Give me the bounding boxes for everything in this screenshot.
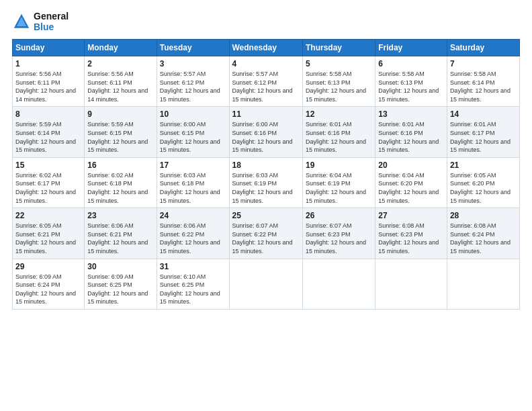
calendar-cell: 20Sunrise: 6:04 AMSunset: 6:20 PMDayligh…: [375, 157, 447, 208]
day-info: Sunrise: 6:09 AMSunset: 6:25 PMDaylight:…: [87, 273, 153, 306]
calendar-cell: 17Sunrise: 6:03 AMSunset: 6:18 PMDayligh…: [157, 157, 229, 208]
day-info: Sunrise: 5:59 AMSunset: 6:14 PMDaylight:…: [15, 120, 81, 154]
day-number: 24: [160, 211, 226, 220]
day-info: Sunrise: 6:07 AMSunset: 6:23 PMDaylight:…: [306, 222, 372, 255]
day-info: Sunrise: 5:56 AMSunset: 6:11 PMDaylight:…: [15, 70, 81, 103]
calendar-cell: 6Sunrise: 5:58 AMSunset: 6:13 PMDaylight…: [375, 56, 447, 107]
day-info: Sunrise: 6:01 AMSunset: 6:16 PMDaylight:…: [378, 120, 444, 154]
day-info: Sunrise: 5:56 AMSunset: 6:11 PMDaylight:…: [87, 70, 153, 103]
day-info: Sunrise: 5:59 AMSunset: 6:15 PMDaylight:…: [87, 120, 153, 154]
calendar-cell: [375, 259, 447, 309]
day-number: 25: [232, 211, 300, 220]
day-number: 4: [232, 59, 300, 68]
calendar-week-row: 1Sunrise: 5:56 AMSunset: 6:11 PMDaylight…: [13, 56, 520, 107]
day-number: 20: [378, 161, 444, 170]
calendar-cell: 27Sunrise: 6:08 AMSunset: 6:23 PMDayligh…: [375, 208, 447, 259]
day-info: Sunrise: 5:58 AMSunset: 6:13 PMDaylight:…: [306, 70, 372, 103]
day-number: 27: [378, 211, 444, 220]
day-info: Sunrise: 6:00 AMSunset: 6:16 PMDaylight:…: [232, 120, 300, 154]
calendar-cell: 4Sunrise: 5:57 AMSunset: 6:12 PMDaylight…: [229, 56, 302, 107]
calendar-cell: 19Sunrise: 6:04 AMSunset: 6:19 PMDayligh…: [302, 157, 375, 208]
day-info: Sunrise: 5:58 AMSunset: 6:13 PMDaylight:…: [378, 70, 444, 103]
calendar-week-row: 22Sunrise: 6:05 AMSunset: 6:21 PMDayligh…: [13, 208, 520, 259]
calendar-cell: 31Sunrise: 6:10 AMSunset: 6:25 PMDayligh…: [157, 259, 229, 309]
day-header-sunday: Sunday: [13, 40, 85, 56]
calendar-cell: 16Sunrise: 6:02 AMSunset: 6:18 PMDayligh…: [85, 157, 157, 208]
day-number: 19: [306, 161, 372, 170]
day-number: 13: [378, 109, 444, 119]
day-header-friday: Friday: [375, 40, 447, 56]
day-info: Sunrise: 5:57 AMSunset: 6:12 PMDaylight:…: [160, 70, 226, 103]
calendar-week-row: 29Sunrise: 6:09 AMSunset: 6:24 PMDayligh…: [13, 259, 520, 309]
day-number: 10: [160, 109, 226, 119]
calendar-cell: [229, 259, 302, 309]
calendar-cell: 11Sunrise: 6:00 AMSunset: 6:16 PMDayligh…: [229, 107, 302, 157]
day-number: 26: [306, 211, 372, 220]
day-number: 3: [160, 59, 226, 68]
day-info: Sunrise: 6:05 AMSunset: 6:20 PMDaylight:…: [450, 171, 517, 205]
day-info: Sunrise: 6:00 AMSunset: 6:15 PMDaylight:…: [160, 120, 226, 154]
day-info: Sunrise: 6:04 AMSunset: 6:20 PMDaylight:…: [378, 171, 444, 205]
day-number: 7: [450, 59, 517, 68]
day-number: 18: [232, 161, 300, 170]
day-number: 23: [87, 211, 153, 220]
calendar-cell: 8Sunrise: 5:59 AMSunset: 6:14 PMDaylight…: [13, 107, 85, 157]
day-info: Sunrise: 6:06 AMSunset: 6:22 PMDaylight:…: [160, 222, 226, 255]
day-number: 29: [15, 262, 81, 271]
day-header-saturday: Saturday: [447, 40, 519, 56]
day-info: Sunrise: 6:06 AMSunset: 6:21 PMDaylight:…: [87, 222, 153, 255]
day-number: 11: [232, 109, 300, 119]
day-number: 21: [450, 161, 517, 170]
day-info: Sunrise: 5:57 AMSunset: 6:12 PMDaylight:…: [232, 70, 300, 103]
day-info: Sunrise: 6:04 AMSunset: 6:19 PMDaylight:…: [306, 171, 372, 205]
day-number: 31: [160, 262, 226, 271]
calendar-cell: 1Sunrise: 5:56 AMSunset: 6:11 PMDaylight…: [13, 56, 85, 107]
day-number: 16: [87, 161, 153, 170]
day-number: 2: [87, 59, 153, 68]
day-info: Sunrise: 5:58 AMSunset: 6:14 PMDaylight:…: [450, 70, 517, 103]
calendar-cell: 23Sunrise: 6:06 AMSunset: 6:21 PMDayligh…: [85, 208, 157, 259]
day-number: 22: [15, 211, 81, 220]
day-info: Sunrise: 6:05 AMSunset: 6:21 PMDaylight:…: [15, 222, 81, 255]
day-number: 8: [15, 109, 81, 119]
day-number: 9: [87, 109, 153, 119]
calendar-cell: 13Sunrise: 6:01 AMSunset: 6:16 PMDayligh…: [375, 107, 447, 157]
calendar-cell: 15Sunrise: 6:02 AMSunset: 6:17 PMDayligh…: [13, 157, 85, 208]
day-info: Sunrise: 6:01 AMSunset: 6:17 PMDaylight:…: [450, 120, 517, 154]
day-header-tuesday: Tuesday: [157, 40, 229, 56]
day-info: Sunrise: 6:10 AMSunset: 6:25 PMDaylight:…: [160, 273, 226, 306]
calendar-cell: 10Sunrise: 6:00 AMSunset: 6:15 PMDayligh…: [157, 107, 229, 157]
day-info: Sunrise: 6:01 AMSunset: 6:16 PMDaylight:…: [306, 120, 372, 154]
calendar-cell: 18Sunrise: 6:03 AMSunset: 6:19 PMDayligh…: [229, 157, 302, 208]
day-number: 5: [306, 59, 372, 68]
calendar-cell: 5Sunrise: 5:58 AMSunset: 6:13 PMDaylight…: [302, 56, 375, 107]
day-info: Sunrise: 6:03 AMSunset: 6:18 PMDaylight:…: [160, 171, 226, 205]
day-info: Sunrise: 6:03 AMSunset: 6:19 PMDaylight:…: [232, 171, 300, 205]
calendar-cell: 12Sunrise: 6:01 AMSunset: 6:16 PMDayligh…: [302, 107, 375, 157]
calendar-header-row: SundayMondayTuesdayWednesdayThursdayFrid…: [13, 40, 520, 56]
calendar-table: SundayMondayTuesdayWednesdayThursdayFrid…: [12, 39, 520, 310]
calendar-cell: 21Sunrise: 6:05 AMSunset: 6:20 PMDayligh…: [447, 157, 519, 208]
day-info: Sunrise: 6:02 AMSunset: 6:18 PMDaylight:…: [87, 171, 153, 205]
calendar-cell: 7Sunrise: 5:58 AMSunset: 6:14 PMDaylight…: [447, 56, 519, 107]
calendar-cell: 26Sunrise: 6:07 AMSunset: 6:23 PMDayligh…: [302, 208, 375, 259]
day-header-wednesday: Wednesday: [229, 40, 302, 56]
day-number: 28: [450, 211, 517, 220]
logo-text: General Blue: [34, 11, 69, 32]
calendar-cell: 24Sunrise: 6:06 AMSunset: 6:22 PMDayligh…: [157, 208, 229, 259]
logo-icon: [12, 12, 31, 31]
calendar-cell: 25Sunrise: 6:07 AMSunset: 6:22 PMDayligh…: [229, 208, 302, 259]
day-info: Sunrise: 6:08 AMSunset: 6:24 PMDaylight:…: [450, 222, 517, 255]
day-info: Sunrise: 6:07 AMSunset: 6:22 PMDaylight:…: [232, 222, 300, 255]
day-number: 12: [306, 109, 372, 119]
calendar-cell: 3Sunrise: 5:57 AMSunset: 6:12 PMDaylight…: [157, 56, 229, 107]
day-number: 30: [87, 262, 153, 271]
page: General Blue SundayMondayTuesdayWednesda…: [0, 0, 532, 411]
day-header-monday: Monday: [85, 40, 157, 56]
day-number: 6: [378, 59, 444, 68]
logo: General Blue: [12, 11, 69, 32]
calendar-cell: 9Sunrise: 5:59 AMSunset: 6:15 PMDaylight…: [85, 107, 157, 157]
day-header-thursday: Thursday: [302, 40, 375, 56]
calendar-cell: 2Sunrise: 5:56 AMSunset: 6:11 PMDaylight…: [85, 56, 157, 107]
calendar-cell: 30Sunrise: 6:09 AMSunset: 6:25 PMDayligh…: [85, 259, 157, 309]
